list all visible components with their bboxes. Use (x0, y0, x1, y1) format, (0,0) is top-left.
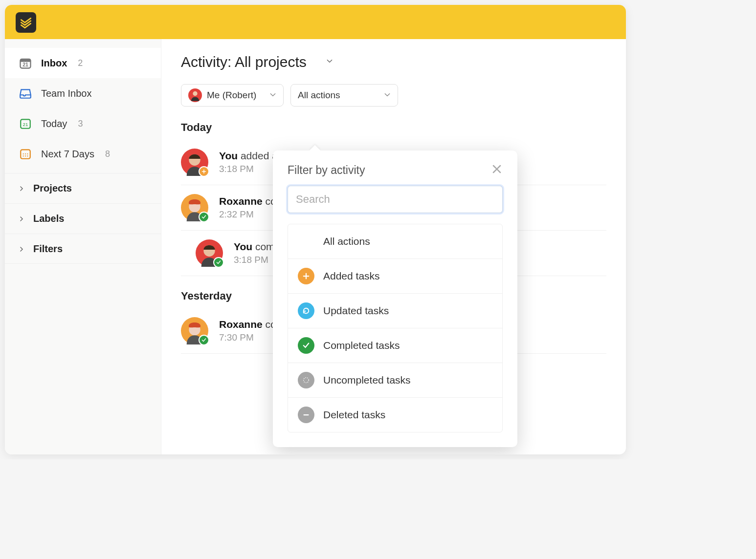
dotted-circle-icon (298, 372, 314, 388)
tray-icon (19, 86, 32, 100)
app-header (5, 5, 626, 39)
filter-activity-popover: Filter by activity All actions (273, 150, 517, 447)
svg-point-8 (27, 153, 28, 154)
option-label: Uncompleted tasks (323, 374, 411, 386)
section-label: Labels (33, 213, 64, 224)
filter-actions-dropdown[interactable]: All actions (290, 84, 398, 107)
refresh-icon (298, 302, 314, 319)
svg-point-11 (27, 155, 28, 156)
filter-search-input[interactable] (288, 186, 503, 213)
avatar (188, 88, 202, 102)
sidebar-item-team-inbox[interactable]: Team Inbox (5, 78, 161, 108)
sidebar-item-label: Inbox (41, 58, 67, 69)
sidebar-item-count: 3 (78, 119, 83, 129)
filter-option-added[interactable]: Added tasks (288, 259, 502, 294)
app-window: 21 Inbox 2 Team Inbox 21 Today 3 (5, 5, 626, 454)
svg-point-12 (193, 91, 197, 96)
chevron-down-icon (269, 91, 276, 100)
filter-option-completed[interactable]: Completed tasks (288, 328, 502, 363)
sidebar-item-label: Team Inbox (41, 88, 91, 99)
filter-option-all[interactable]: All actions (288, 224, 502, 259)
svg-point-10 (25, 155, 26, 156)
section-label: Filters (33, 243, 63, 255)
filter-user-label: Me (Robert) (207, 90, 256, 101)
close-button[interactable] (491, 163, 503, 177)
option-label: All actions (323, 236, 370, 247)
check-badge-icon (199, 335, 209, 345)
option-label: Updated tasks (323, 305, 389, 317)
avatar (181, 317, 208, 344)
svg-point-9 (23, 155, 24, 156)
filter-options-list: All actions Added tasks Updated tasks (288, 224, 503, 432)
main-content: Activity: All projects Me (Robert) (161, 39, 626, 454)
check-badge-icon (199, 212, 209, 222)
filter-row: Me (Robert) All actions (181, 84, 606, 107)
page-title[interactable]: Activity: All projects (181, 54, 606, 70)
filter-option-updated[interactable]: Updated tasks (288, 294, 502, 328)
activity-text: You added a (219, 150, 278, 162)
svg-point-7 (25, 153, 26, 154)
avatar (181, 149, 208, 176)
sidebar-item-label: Today (41, 118, 67, 129)
sidebar-item-today[interactable]: 21 Today 3 (5, 108, 161, 139)
svg-point-6 (23, 153, 24, 154)
calendar-today-icon: 21 (19, 117, 32, 130)
filter-option-uncompleted[interactable]: Uncompleted tasks (288, 363, 502, 398)
plus-icon (298, 268, 314, 284)
avatar (181, 194, 208, 221)
chevron-right-icon (19, 213, 24, 224)
sidebar-item-count: 2 (78, 58, 83, 68)
app-logo[interactable] (16, 12, 36, 33)
sidebar: 21 Inbox 2 Team Inbox 21 Today 3 (5, 39, 161, 454)
minus-icon (298, 407, 314, 423)
check-badge-icon (213, 257, 224, 268)
sidebar-item-inbox[interactable]: 21 Inbox 2 (5, 48, 161, 78)
logo-icon (20, 16, 32, 29)
sidebar-section-filters[interactable]: Filters (5, 234, 161, 264)
calendar-icon: 21 (19, 56, 32, 70)
sidebar-item-label: Next 7 Days (41, 149, 94, 160)
sidebar-section-labels[interactable]: Labels (5, 203, 161, 234)
sidebar-item-count: 8 (105, 149, 110, 159)
filter-actions-label: All actions (298, 90, 340, 101)
chevron-right-icon (19, 183, 24, 194)
sidebar-section-projects[interactable]: Projects (5, 173, 161, 203)
group-title: Today (181, 121, 606, 134)
page-title-text: Activity: All projects (181, 54, 307, 70)
svg-text:21: 21 (23, 122, 28, 127)
plus-badge-icon (199, 166, 209, 177)
section-label: Projects (33, 183, 72, 194)
filter-user-dropdown[interactable]: Me (Robert) (181, 84, 284, 107)
popover-title: Filter by activity (288, 164, 365, 177)
svg-point-17 (304, 378, 309, 383)
close-icon (491, 163, 503, 175)
activity-time: 3:18 PM (219, 164, 278, 174)
option-label: Added tasks (323, 270, 380, 282)
check-icon (298, 337, 314, 354)
svg-text:21: 21 (22, 62, 28, 67)
chevron-right-icon (19, 243, 24, 255)
chevron-down-icon (384, 91, 391, 100)
filter-option-deleted[interactable]: Deleted tasks (288, 398, 502, 432)
avatar (196, 239, 223, 267)
option-label: Completed tasks (323, 340, 400, 351)
calendar-week-icon (19, 147, 32, 161)
app-body: 21 Inbox 2 Team Inbox 21 Today 3 (5, 39, 626, 454)
sidebar-item-next7[interactable]: Next 7 Days 8 (5, 139, 161, 169)
option-label: Deleted tasks (323, 409, 385, 421)
chevron-down-icon (326, 58, 333, 66)
